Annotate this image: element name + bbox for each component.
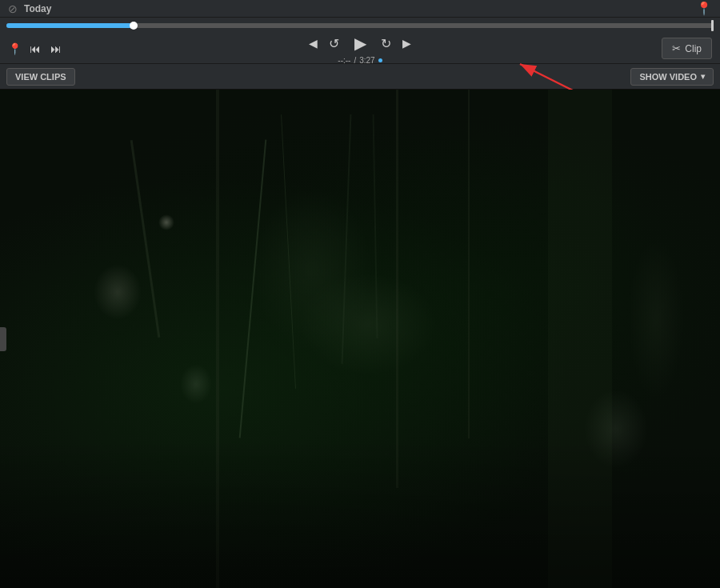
playback-controls: ◀ ↺ ▶ ↻ ▶: [307, 32, 413, 54]
scene-elements: [0, 90, 720, 588]
view-clips-button[interactable]: VIEW CLIPS: [6, 68, 75, 86]
play-button[interactable]: ▶: [349, 32, 371, 54]
no-symbol-icon: ⊘: [8, 2, 18, 15]
time-display: --:-- / 3:27: [338, 56, 382, 65]
bright-spot-1: [94, 264, 142, 320]
show-video-label: SHOW VIDEO: [639, 72, 697, 82]
left-edge-marker: [0, 327, 6, 351]
location-marker-icon: 📍: [8, 42, 22, 55]
next-button[interactable]: ▶: [401, 35, 413, 51]
video-background: [0, 90, 720, 588]
bright-spot-2: [158, 214, 174, 230]
current-time: --:--: [338, 56, 350, 65]
clip-button[interactable]: ✂ Clip: [662, 38, 712, 59]
controls-left: 📍 ⏮ ⏭: [8, 41, 63, 57]
timeline-track[interactable]: [6, 23, 714, 28]
header-title: Today: [24, 3, 51, 14]
bottom-gradient: [0, 438, 720, 588]
skip-forward-button[interactable]: ⏭: [49, 41, 63, 57]
location-pin-icon: 📍: [696, 1, 712, 16]
chevron-down-icon: ▾: [701, 72, 705, 81]
timeline-progress: [6, 23, 134, 28]
controls-bar: 📍 ⏮ ⏭ ◀ ↺ ▶ ↻ ▶ --:-- / 3:27 ✂ Clip: [0, 34, 720, 64]
bright-spot-3: [180, 364, 212, 404]
timeline-end-marker: [711, 20, 714, 31]
replay-button[interactable]: ↺: [327, 34, 341, 53]
time-dot-indicator: [378, 58, 382, 62]
total-time: 3:27: [359, 56, 374, 65]
timeline-scrubber[interactable]: [0, 18, 720, 34]
toolbar-bar: VIEW CLIPS SHOW VIDEO ▾: [0, 64, 720, 90]
scissors-icon: ✂: [672, 42, 681, 54]
header-icons: 📍: [696, 1, 712, 16]
video-area: [0, 90, 720, 588]
skip-to-start-button[interactable]: ⏮: [28, 41, 42, 57]
refresh-button[interactable]: ↻: [379, 34, 393, 53]
time-separator: /: [354, 56, 356, 65]
clip-label: Clip: [685, 43, 702, 54]
show-video-button[interactable]: SHOW VIDEO ▾: [630, 68, 714, 86]
timeline-handle[interactable]: [130, 22, 138, 30]
controls-center: ◀ ↺ ▶ ↻ ▶ --:-- / 3:27: [307, 32, 413, 65]
scene-detail-1: [252, 190, 372, 350]
header-bar: ⊘ Today 📍: [0, 0, 720, 18]
prev-button[interactable]: ◀: [307, 35, 319, 51]
right-figure: [628, 239, 684, 399]
